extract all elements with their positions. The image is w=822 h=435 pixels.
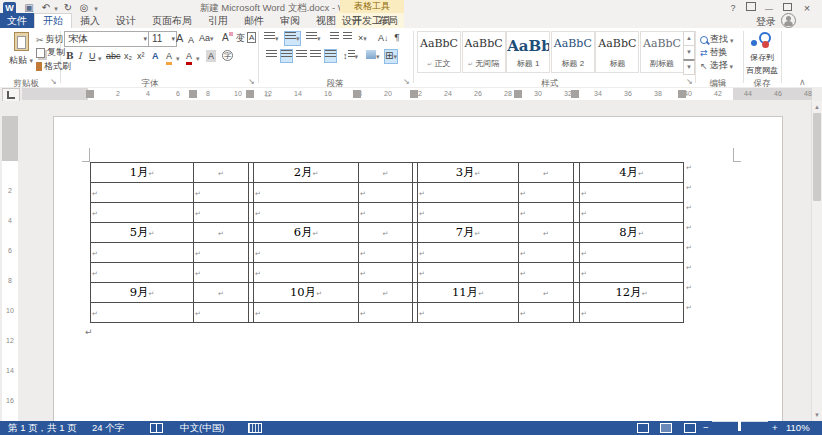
table-cell[interactable]: ↵ [91, 243, 194, 263]
month-cell[interactable]: 2月↵ [254, 163, 359, 183]
font-color-dropdown-icon[interactable] [196, 52, 200, 63]
table-cell[interactable]: ↵ [254, 203, 359, 223]
table-cell[interactable]: ↵ [519, 223, 574, 243]
strikethrough-button[interactable]: abc [106, 50, 121, 62]
avatar[interactable] [781, 13, 796, 28]
zoom-in-icon[interactable]: + [772, 421, 778, 435]
tab-selector[interactable] [2, 88, 20, 102]
month-cell[interactable]: 10月↵ [254, 283, 359, 303]
table-cell[interactable]: ↵ [254, 183, 359, 203]
cut-button[interactable]: ✂ 剪切 [36, 33, 64, 46]
table-cell[interactable]: ↵ [254, 263, 359, 283]
styles-gallery-expand-icon[interactable]: ▼ [683, 59, 695, 75]
style-item-标题 2[interactable]: AaBbC 标题 2 [551, 31, 595, 73]
table-cell[interactable]: ↵ [194, 243, 249, 263]
change-case-button[interactable]: Aa [199, 32, 214, 45]
month-cell[interactable]: 7月↵ [418, 223, 519, 243]
clear-formatting-button[interactable]: A [222, 32, 233, 44]
month-cell[interactable]: 4月↵ [580, 163, 684, 183]
replace-button[interactable]: ⇄ 替换 [700, 46, 728, 59]
table-cell[interactable]: ↵ [519, 163, 574, 183]
table-column-marker[interactable] [678, 90, 686, 98]
line-spacing-button[interactable]: ↕ [343, 50, 358, 63]
tab-file[interactable]: 文件 [0, 13, 34, 28]
table-cell[interactable]: ↵ [580, 203, 684, 223]
month-cell[interactable]: 9月↵ [91, 283, 194, 303]
table-cell[interactable]: ↵ [194, 163, 249, 183]
zoom-slider-thumb[interactable] [738, 421, 741, 431]
asian-layout-button[interactable]: × [358, 32, 367, 45]
table-column-marker[interactable] [189, 90, 197, 98]
table-cell[interactable]: ↵ [418, 243, 519, 263]
table-cell[interactable]: ↵ [359, 163, 413, 183]
tab-邮件[interactable]: 邮件 [236, 13, 272, 28]
table-cell[interactable]: ↵ [418, 303, 519, 323]
multilevel-list-button[interactable] [306, 32, 321, 45]
tab-开始[interactable]: 开始 [34, 13, 72, 28]
table-cell[interactable]: ↵ [91, 303, 194, 323]
clipboard-dialog-launcher-icon[interactable]: ↘ [50, 77, 57, 86]
table-column-marker[interactable] [86, 90, 94, 98]
language-indicator[interactable]: 中文(中国) [180, 421, 224, 435]
table-cell[interactable]: ↵ [91, 183, 194, 203]
table-cell[interactable]: ↵ [580, 183, 684, 203]
paste-button[interactable]: 粘贴 [6, 32, 36, 67]
style-item-标题[interactable]: AaBbC 标题 [595, 31, 639, 73]
scroll-down-icon[interactable]: ▼ [812, 409, 822, 421]
month-cell[interactable]: 8月↵ [580, 223, 684, 243]
tab-视图[interactable]: 视图 [308, 13, 344, 28]
grow-font-button[interactable]: A [176, 32, 183, 44]
table-cell[interactable]: ↵ [359, 263, 413, 283]
align-left-button[interactable] [266, 50, 277, 62]
borders-button[interactable]: ⊞ [384, 49, 398, 64]
styles-dialog-launcher-icon[interactable]: ↘ [686, 77, 693, 86]
table-cell[interactable]: ↵ [359, 303, 413, 323]
month-cell[interactable]: 11月↵ [418, 283, 519, 303]
table-cell[interactable]: ↵ [519, 203, 574, 223]
table-cell[interactable]: ↵ [194, 223, 249, 243]
table-cell[interactable]: ↵ [519, 183, 574, 203]
bullets-button[interactable] [264, 32, 279, 45]
superscript-button[interactable]: x² [137, 50, 145, 62]
numbering-button[interactable] [284, 31, 301, 46]
month-cell[interactable]: 1月↵ [91, 163, 194, 183]
table-cell[interactable]: ↵ [254, 303, 359, 323]
style-item-无间隔[interactable]: AaBbC↵ 无间隔 [462, 31, 506, 73]
styles-scroll-down-icon[interactable]: ▼ [683, 45, 695, 60]
text-effects-button[interactable]: A [152, 50, 159, 62]
font-size-combo[interactable]: 11▾ [148, 31, 177, 47]
table-cell[interactable]: ↵ [359, 203, 413, 223]
horizontal-ruler[interactable]: ⌂ 24681012141618202224262830323436384042… [22, 88, 812, 100]
table-cell[interactable]: ↵ [580, 243, 684, 263]
justify-button[interactable] [310, 50, 321, 62]
tab-开发工具[interactable]: 开发工具 [344, 13, 400, 28]
styles-scroll-up-icon[interactable]: ▲ [683, 31, 695, 46]
sort-button[interactable]: A↓ [378, 32, 388, 45]
table-cell[interactable]: ↵ [359, 183, 413, 203]
table-cell[interactable]: ↵ [91, 203, 194, 223]
character-shading-button[interactable]: A [206, 50, 216, 62]
month-cell[interactable]: 12月↵ [580, 283, 684, 303]
find-button[interactable]: 查找 [700, 33, 734, 46]
table-column-marker[interactable] [410, 90, 418, 98]
bold-button[interactable]: B [66, 50, 74, 62]
word-count[interactable]: 24 个字 [92, 421, 124, 435]
shading-button[interactable] [366, 50, 380, 63]
table-cell[interactable]: ↵ [359, 223, 413, 243]
paragraph-dialog-launcher-icon[interactable]: ↘ [403, 77, 410, 86]
select-button[interactable]: ↖ 选择 [700, 59, 733, 72]
font-name-combo[interactable]: 宋体▾ [64, 31, 149, 47]
table-cell[interactable]: ↵ [359, 243, 413, 263]
table-cell[interactable]: ↵ [519, 283, 574, 303]
increase-indent-button[interactable] [343, 32, 352, 44]
table-cell[interactable]: ↵ [418, 263, 519, 283]
highlight-color-button[interactable]: A [166, 50, 172, 65]
tab-审阅[interactable]: 审阅 [272, 13, 308, 28]
tab-页面布局[interactable]: 页面布局 [144, 13, 200, 28]
table-cell[interactable]: ↵ [91, 263, 194, 283]
save-to-baidu-button[interactable]: 保存到 百度网盘 [746, 32, 778, 77]
tab-设计[interactable]: 设计 [108, 13, 144, 28]
proofing-icon[interactable] [150, 421, 163, 435]
distribute-button[interactable] [324, 49, 337, 63]
font-dialog-launcher-icon[interactable]: ↘ [248, 77, 255, 86]
